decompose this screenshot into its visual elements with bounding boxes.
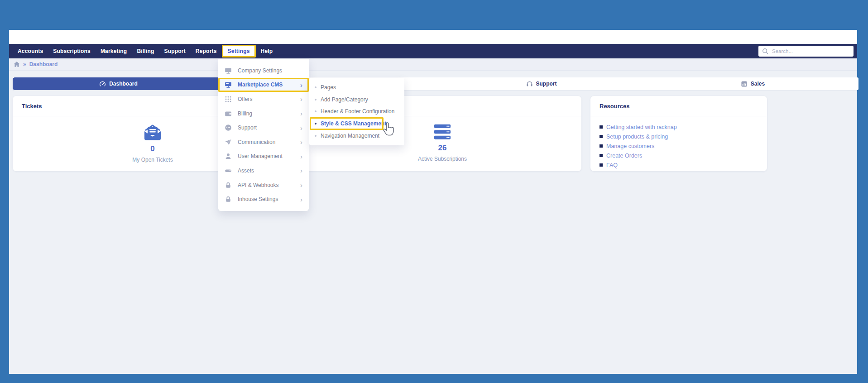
menu-item-communication[interactable]: Communication ›	[218, 135, 309, 149]
nav-items: Accounts Subscriptions Marketing Billing…	[9, 44, 273, 58]
chevron-right-icon: ›	[300, 81, 302, 88]
nav-accounts[interactable]: Accounts	[18, 48, 43, 54]
resource-link-label: Setup products & pricing	[606, 134, 668, 140]
search-input[interactable]	[771, 48, 850, 54]
submenu-item-pages[interactable]: Pages	[309, 81, 404, 94]
tab-sales[interactable]: Sales	[647, 77, 858, 90]
tab-label: Sales	[751, 81, 765, 87]
active-subscriptions-label: Active Subscriptions	[418, 156, 467, 162]
resource-link-label: Manage customers	[606, 143, 654, 149]
tab-label: Support	[536, 81, 557, 87]
menu-item-label: API & Webhooks	[238, 182, 294, 188]
main-navbar: Accounts Subscriptions Marketing Billing…	[9, 44, 857, 58]
menu-item-support[interactable]: Support ›	[218, 120, 309, 135]
square-bullet-icon	[599, 135, 603, 138]
server-stack-icon	[433, 124, 452, 141]
monitor-icon	[225, 81, 232, 88]
app-window: Accounts Subscriptions Marketing Billing…	[9, 30, 857, 374]
menu-item-label: Assets	[238, 168, 294, 174]
open-mail-icon	[143, 124, 163, 142]
open-tickets-label: My Open Tickets	[132, 157, 173, 163]
nav-settings[interactable]: Settings	[222, 45, 256, 57]
tab-support[interactable]: Support	[436, 77, 647, 90]
settings-dropdown-menu: Company Settings Marketplace CMS › Offer…	[218, 59, 309, 211]
resource-link-label: Getting started with racknap	[606, 124, 677, 130]
nav-support[interactable]: Support	[164, 48, 185, 54]
submenu-item-header-footer-configuration[interactable]: Header & Footer Configuration	[309, 105, 404, 118]
menu-item-label: Support	[238, 124, 294, 131]
square-bullet-icon	[599, 154, 603, 157]
nav-reports[interactable]: Reports	[196, 48, 217, 54]
chevron-right-icon: ›	[300, 124, 302, 131]
submenu-item-add-page-category[interactable]: Add Page/Category	[309, 94, 404, 106]
submenu-item-label: Style & CSS Management	[321, 120, 386, 127]
submenu-item-label: Pages	[321, 84, 336, 91]
menu-item-marketplace-cms[interactable]: Marketplace CMS ›	[218, 78, 309, 92]
menu-item-label: Communication	[238, 139, 294, 145]
menu-item-offers[interactable]: Offers ›	[218, 92, 309, 106]
submenu-item-label: Add Page/Category	[321, 96, 368, 103]
chevron-right-icon: ›	[300, 196, 302, 203]
resource-link-manage-customers[interactable]: Manage customers	[599, 141, 758, 151]
resources-card: Resources Getting started with racknap S…	[590, 96, 767, 171]
menu-item-assets[interactable]: Assets ›	[218, 163, 309, 178]
chevron-right-icon: ›	[300, 167, 302, 174]
top-white-strip	[9, 30, 857, 44]
resource-link-faq[interactable]: FAQ	[599, 160, 758, 170]
submenu-item-label: Navigation Management	[321, 133, 379, 139]
menu-item-label: Billing	[238, 110, 294, 117]
resource-link-label: FAQ	[606, 162, 618, 168]
nav-marketing[interactable]: Marketing	[101, 48, 127, 54]
headset-icon	[526, 81, 533, 87]
breadcrumb-current[interactable]: Dashboard	[29, 61, 58, 67]
tab-dashboard[interactable]: Dashboard	[13, 77, 224, 90]
square-bullet-icon	[599, 144, 603, 148]
grid-dots-icon	[225, 96, 232, 103]
wallet-icon	[225, 110, 232, 117]
menu-item-label: Offers	[238, 96, 294, 102]
monitor-icon	[225, 67, 232, 74]
chat-icon	[225, 124, 232, 131]
resource-link-getting-started[interactable]: Getting started with racknap	[599, 122, 758, 132]
nav-billing[interactable]: Billing	[137, 48, 154, 54]
lock-icon	[225, 196, 232, 203]
menu-item-user-management[interactable]: User Management ›	[218, 149, 309, 164]
menu-item-billing[interactable]: Billing ›	[218, 106, 309, 121]
resource-link-create-orders[interactable]: Create Orders	[599, 151, 758, 160]
breadcrumb-separator: »	[23, 61, 26, 67]
gauge-icon	[99, 81, 106, 87]
menu-item-label: User Management	[238, 153, 294, 159]
nav-subscriptions[interactable]: Subscriptions	[53, 48, 91, 54]
resource-link-label: Create Orders	[606, 153, 642, 159]
search-box[interactable]	[758, 46, 854, 57]
paper-plane-icon	[225, 139, 232, 146]
open-tickets-count: 0	[150, 144, 154, 153]
menu-item-inhouse-settings[interactable]: Inhouse Settings ›	[218, 192, 309, 206]
submenu-item-label: Header & Footer Configuration	[321, 108, 394, 115]
active-subscriptions-count: 26	[438, 144, 447, 153]
tab-label: Dashboard	[109, 81, 138, 87]
dot-bullet-icon	[315, 123, 317, 124]
breadcrumb: » Dashboard	[9, 58, 857, 71]
dashboard-tabbar: Dashboard Support Sales	[13, 77, 858, 90]
resource-link-setup-products[interactable]: Setup products & pricing	[599, 132, 758, 141]
mouse-cursor-hand-icon	[381, 122, 396, 139]
search-icon	[762, 48, 768, 54]
dot-bullet-icon	[315, 99, 317, 101]
resources-card-title: Resources	[590, 96, 767, 116]
dot-bullet-icon	[315, 86, 317, 88]
square-bullet-icon	[599, 125, 603, 129]
menu-item-label: Inhouse Settings	[238, 196, 294, 202]
menu-item-company-settings[interactable]: Company Settings	[218, 63, 309, 78]
bar-chart-icon	[741, 81, 748, 87]
home-icon[interactable]	[14, 61, 20, 67]
lock-icon	[225, 182, 232, 189]
menu-item-api-webhooks[interactable]: API & Webhooks ›	[218, 178, 309, 192]
chevron-right-icon: ›	[300, 139, 302, 145]
chevron-right-icon: ›	[300, 110, 302, 117]
chevron-right-icon: ›	[300, 182, 302, 188]
menu-item-label: Marketplace CMS	[238, 81, 294, 88]
nav-help[interactable]: Help	[261, 48, 273, 54]
dot-bullet-icon	[315, 135, 317, 137]
chevron-right-icon: ›	[300, 96, 302, 102]
